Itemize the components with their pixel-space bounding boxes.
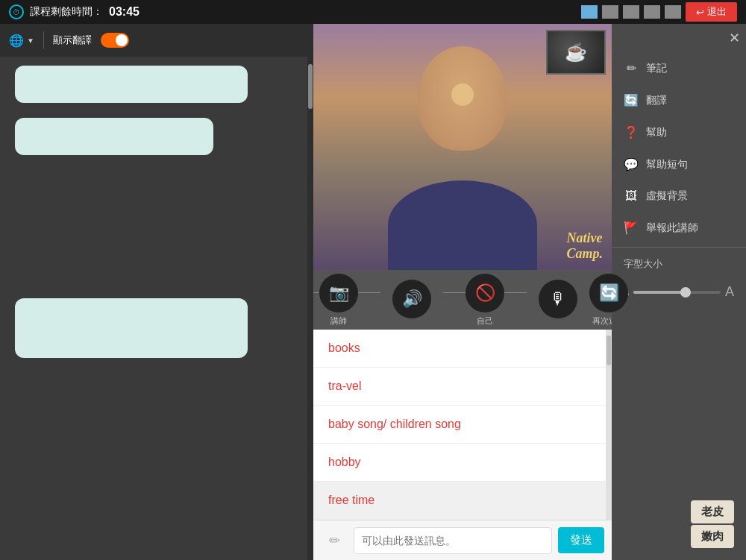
- center-panel: NativeCamp. ☕ 📷 講師 🔊: [313, 24, 612, 560]
- person-body: [388, 180, 537, 270]
- window-btn-1[interactable]: [581, 5, 598, 19]
- top-bar-left: ⏱ 課程剩餘時間： 03:45: [9, 4, 140, 19]
- pencil-icon: ✏: [329, 532, 340, 549]
- report-label: 舉報此講師: [646, 221, 698, 235]
- translate-toggle[interactable]: [101, 33, 129, 48]
- font-large-label: A: [725, 284, 734, 300]
- mute-group: 🚫 自己: [443, 274, 527, 327]
- mute-button[interactable]: 🚫: [466, 274, 504, 312]
- chat-item-hobby[interactable]: hobby: [313, 444, 606, 482]
- message-input-bar: ✏ 發送: [313, 520, 612, 560]
- camera-label: 講師: [330, 315, 347, 327]
- message-input[interactable]: [354, 527, 552, 554]
- vbg-label: 虛擬背景: [646, 189, 688, 203]
- menu-item-translate[interactable]: 🔄 翻譯: [612, 84, 746, 116]
- exit-label: 退出: [707, 5, 727, 19]
- timer-value: 03:45: [109, 5, 140, 19]
- speaker-button[interactable]: 🔊: [392, 280, 431, 318]
- toolbar-divider: [43, 31, 44, 49]
- mic-button[interactable]: 🎙: [539, 280, 577, 318]
- menu-item-report[interactable]: 🚩 舉報此講師: [612, 212, 746, 244]
- phrases-icon: 💬: [624, 157, 639, 172]
- chat-item-babysong[interactable]: baby song/ children song: [313, 406, 606, 444]
- send-button[interactable]: 發送: [558, 527, 604, 553]
- mute-label: 自己: [477, 315, 493, 327]
- top-bar: ⏱ 課程剩餘時間： 03:45 ↩ 退出: [0, 0, 746, 24]
- chat-list-inner: books tra-vel baby song/ children song h…: [313, 330, 606, 520]
- menu-item-help[interactable]: ❓ 幫助: [612, 116, 746, 148]
- close-button[interactable]: ✕: [612, 30, 746, 52]
- main-layout: 🌐 ▼ 顯示翻譯: [0, 24, 746, 560]
- slider-thumb[interactable]: [680, 287, 691, 298]
- pip-icon: ☕: [565, 42, 587, 63]
- menu-item-phrases[interactable]: 💬 幫助短句: [612, 148, 746, 180]
- video-brand-text: NativeCamp.: [566, 230, 603, 262]
- chat-area: [0, 57, 313, 560]
- chat-item-books[interactable]: books: [313, 330, 606, 368]
- font-size-row: A A: [612, 277, 746, 307]
- menu-item-notes[interactable]: ✏ 筆記: [612, 52, 746, 84]
- chat-item-freetime[interactable]: free time: [313, 482, 606, 520]
- avatar-area: 老皮 嫩肉: [612, 488, 746, 560]
- exit-icon: ↩: [696, 7, 704, 18]
- pip-video: ☕: [546, 30, 606, 75]
- reconnect-button[interactable]: 🔄: [589, 274, 628, 312]
- speaker-group: 🔊: [392, 280, 431, 320]
- notes-icon: ✏: [624, 61, 639, 75]
- fontsize-label: 字型大小: [624, 258, 662, 269]
- window-btn-5[interactable]: [665, 5, 681, 19]
- help-icon: ❓: [624, 125, 639, 139]
- chat-list-scrollbar[interactable]: [606, 330, 612, 520]
- vbg-icon: 🖼: [624, 189, 639, 203]
- chat-bubble-3: [15, 298, 248, 358]
- help-label: 幫助: [646, 126, 667, 139]
- menu-item-vbg[interactable]: 🖼 虛擬背景: [612, 180, 746, 212]
- report-icon: 🚩: [624, 221, 639, 235]
- left-scroll-thumb: [308, 64, 313, 109]
- chat-list: books tra-vel baby song/ children song h…: [313, 330, 612, 520]
- avatar-tag-line1: 老皮: [691, 500, 734, 523]
- camera-button[interactable]: 📷: [319, 274, 358, 312]
- controls-bar: 📷 講師 🔊 🚫 自己 🎙: [313, 270, 612, 330]
- window-btn-4[interactable]: [644, 5, 660, 19]
- left-toolbar: 🌐 ▼ 顯示翻譯: [0, 24, 313, 57]
- translate-menu-label: 翻譯: [646, 94, 667, 107]
- globe-arrow: ▼: [27, 37, 34, 45]
- top-bar-right: ↩ 退出: [581, 2, 737, 22]
- translate-label: 顯示翻譯: [53, 34, 92, 47]
- chat-list-scroll-thumb: [606, 336, 611, 365]
- mic-group: 🎙: [539, 280, 577, 320]
- chat-bubble-1: [15, 66, 248, 103]
- window-btn-3[interactable]: [623, 5, 639, 19]
- translate-icon: 🔄: [624, 93, 639, 107]
- right-divider: [612, 247, 746, 248]
- globe-icon: 🌐: [9, 34, 24, 48]
- globe-button[interactable]: 🌐 ▼: [9, 34, 34, 48]
- close-icon: ✕: [729, 31, 740, 45]
- chat-item-travel[interactable]: tra-vel: [313, 368, 606, 406]
- left-scrollbar[interactable]: [307, 57, 313, 560]
- video-area: NativeCamp. ☕: [313, 24, 612, 270]
- timer-icon: ⏱: [9, 4, 24, 19]
- avatar-tag-line2: 嫩肉: [691, 525, 734, 548]
- window-btn-2[interactable]: [602, 5, 618, 19]
- timer-label: 課程剩餘時間：: [30, 5, 103, 19]
- notes-label: 筆記: [646, 62, 667, 75]
- message-icon: ✏: [321, 527, 348, 554]
- font-size-slider[interactable]: [633, 291, 721, 294]
- phrases-label: 幫助短句: [646, 158, 688, 172]
- right-panel: ✕ ✏ 筆記 🔄 翻譯 ❓ 幫助 💬 幫助短句 🖼 虛擬背景 🚩 舉報此講師: [612, 24, 746, 560]
- left-panel: 🌐 ▼ 顯示翻譯: [0, 24, 313, 560]
- pip-content: ☕: [548, 31, 604, 73]
- slider-fill: [633, 291, 686, 294]
- chat-bubble-2: [15, 118, 213, 155]
- exit-button[interactable]: ↩ 退出: [686, 2, 737, 22]
- fontsize-section: 字型大小: [612, 251, 746, 277]
